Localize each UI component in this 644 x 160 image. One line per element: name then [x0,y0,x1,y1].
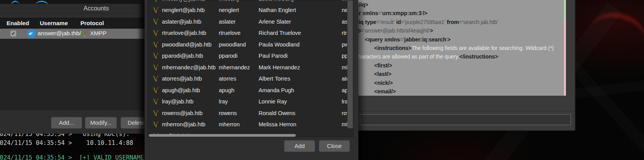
modify-button[interactable]: Modify... [85,117,117,129]
search-results-list[interactable]: lmccarty@jab.htblmccartyLucia McCartylmc… [148,0,353,137]
column-header-enabled[interactable]: Enabled [7,20,29,26]
horizontal-scrollbar[interactable] [149,134,296,137]
result-jid: apugh@jab.htb [162,87,200,93]
result-username: apugh [219,87,234,93]
result-jid: pparodi@jab.htb [162,53,203,59]
xml-segment: <query xmlns [365,36,400,43]
xmpp-console-window: </iq><r xmlns='urn:xmpp:sm:3'/><iq type=… [358,0,576,131]
vertical-scrollbar[interactable] [347,0,353,128]
result-jid: rowens@jab.htb [162,110,203,116]
result-fullname: Lucia McCarty [259,0,295,2]
xml-line: <query xmlns='jabber:iq:search'> [358,35,564,44]
column-header-username[interactable]: Username [40,20,68,26]
xml-segment: <email/> [374,88,396,95]
search-result-row[interactable]: lmccarty@jab.htblmccartyLucia McCartylmc… [148,0,348,5]
result-username: pparodi [219,53,237,59]
xmpp-protocol-icon [153,64,159,71]
xml-line: characters are allowed as part of the qu… [358,52,564,61]
accounts-table-header[interactable]: EnabledUsernameProtocol [0,18,146,29]
xmpp-protocol-icon [153,41,159,48]
result-email: lray@jab.htb [342,98,348,105]
add-button[interactable]: Add [284,140,315,152]
checkbox-checked-icon[interactable]: ✓ [10,31,16,36]
result-fullname: Melissa Herron [259,121,296,127]
accounts-titlebar[interactable]: Accounts [0,4,146,14]
search-result-row[interactable]: rtruelove@jab.htbrtrueloveRichard Truelo… [148,28,348,39]
accounts-list-area[interactable] [0,39,146,110]
result-fullname: Nathan Englert [259,7,296,13]
xml-line: <iq type='result' id='purple27595aa1' fr… [358,18,564,26]
xml-segment: <r xmlns [358,10,378,16]
account-username: answer@jab.thb/ [37,30,81,36]
xml-segment: > [430,28,433,34]
xml-segment: <iq type [358,19,376,25]
result-username: rowens [219,110,237,116]
background-window-edge [0,0,146,4]
search-result-row[interactable]: mhernandez@jab.htbmhernandezMark Hernand… [148,62,348,73]
screen: 2024/11/15 04:35:54 > Using KDC(s):2024/… [0,0,644,160]
xml-console-input[interactable] [360,114,571,125]
xmpp-protocol-icon [153,87,159,93]
add-button[interactable]: Add... [51,117,82,129]
xmpp-protocol-icon [153,98,159,105]
result-fullname: Lonnie Ray [259,98,287,105]
search-result-row[interactable]: apugh@jab.htbapughAmanda Pughapugh@jab.h… [148,84,348,96]
result-email: pwoodland@jab.htb [342,41,348,48]
result-email: apugh@jab.htb [342,87,348,93]
xml-segment: urn:xmpp:sm:3 [382,10,422,16]
result-email: nenglert@jab.htb [342,7,348,13]
result-username: lmccarty [219,0,240,2]
xml-segment: <last/> [374,71,391,77]
xml-segment: =' [378,10,382,16]
search-result-row[interactable]: lray@jab.htblrayLonnie Raylray@jab.htb [148,96,348,108]
xml-console-log[interactable]: </iq><r xmlns='urn:xmpp:sm:3'/><iq type=… [358,0,564,96]
account-row[interactable]: ✓ answer@jab.thb/ XMPP [0,29,146,39]
result-username: rtruelove [219,30,240,36]
result-jid: mhernandez@jab.htb [162,64,216,71]
search-result-row[interactable]: nenglert@jab.htbnenglertNathan Englertne… [148,5,348,16]
xml-segment: =' [400,36,404,43]
xml-segment: > [447,36,450,43]
result-email: …@jab.htb [342,133,348,137]
xml-segment: characters are allowed as part of the qu… [358,53,459,60]
xml-line: <instructions>The following fields are a… [358,44,564,52]
xml-line: <email/> [358,87,564,96]
search-result-row[interactable]: pparodi@jab.htbpparodiPaul Parodipparodi… [148,50,348,62]
result-email: aslater@jab.htb [342,19,348,25]
result-jid: aslater@jab.htb [162,19,201,25]
xmpp-protocol-icon [153,30,159,36]
result-jid: lray@jab.htb [162,98,194,105]
xmpp-protocol-icon [153,110,159,116]
search-result-row[interactable]: pwoodland@jab.htbpwoodlandPaula Woodland… [148,39,348,50]
result-fullname: Arlene Slater [259,19,291,25]
xml-segment: ='purple27595aa1' [401,19,447,25]
search-result-row[interactable]: aslater@jab.htbaslaterArlene Slateraslat… [148,16,348,28]
search-result-row[interactable]: atorres@jab.htbatorresAlbert Torresatorr… [148,73,348,85]
xmpp-protocol-icon [153,53,159,59]
result-email: mhernandez@jab.htb [342,64,348,71]
search-result-row[interactable]: mherron@jab.htbmherronMelissa Herronmher… [148,119,348,131]
result-jid: pwoodland@jab.htb [162,41,211,48]
xmpp-protocol-icon [153,121,159,128]
xmpp-protocol-icon [153,18,159,25]
result-fullname: Mark Hernandez [259,64,300,71]
result-username: lray [219,98,228,105]
xml-segment: The following fields are available for s… [411,45,554,51]
result-fullname: Amanda Pugh [259,87,294,93]
xml-segment: jabber:iq:search [404,36,446,43]
result-fullname: Richard Truelove [259,30,301,36]
xml-stanza-text: </iq><r xmlns='urn:xmpp:sm:3'/><iq type=… [358,0,564,96]
xml-line: to='answer@jab.htb/af4eaqjhli'> [358,26,564,35]
result-email: mherron@jab.htb [342,121,348,127]
xml-segment: <first/> [374,62,392,69]
scrollbar-green-segment [564,0,566,19]
xmpp-protocol-icon [153,76,159,82]
xml-console-scrollbar[interactable] [564,0,566,96]
xml-segment: ='answer@jab.htb/af4eaqjhli' [361,28,430,34]
close-button[interactable]: Close [319,140,350,152]
search-result-row[interactable]: rowens@jab.htbrowensRonald Owensrowens@j… [148,107,348,119]
result-email: pparodi@jab.htb [342,53,348,59]
xml-segment: <nick/> [374,80,393,86]
result-username: pwoodland [219,41,246,48]
column-header-protocol[interactable]: Protocol [80,20,104,26]
